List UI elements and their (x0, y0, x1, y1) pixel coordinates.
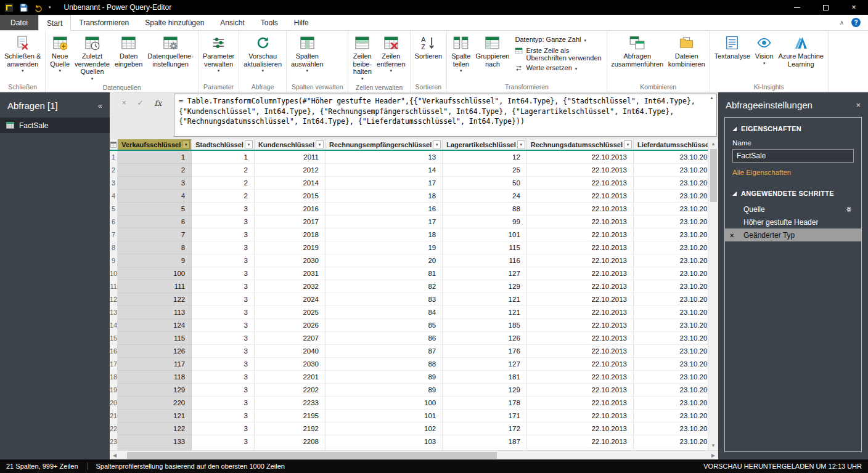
cell[interactable]: 2017 (254, 215, 325, 228)
applied-steps-section-header[interactable]: ANGEWENDETE SCHRITTE (732, 190, 854, 197)
ribbon-button-azure-machine-learning[interactable]: Azure Machine Learning (776, 32, 826, 81)
panel-close-icon[interactable]: × (856, 100, 861, 110)
cell[interactable]: 22.10.2013 (526, 396, 633, 409)
horizontal-scroll-thumb[interactable] (127, 452, 497, 459)
row-number[interactable]: 13 (110, 305, 118, 318)
cell[interactable]: 18 (325, 228, 442, 241)
tab-hilfe[interactable]: Hilfe (286, 15, 317, 30)
cell[interactable]: 23.10.2013 (633, 163, 708, 176)
cell[interactable]: 23.10.2013 (633, 215, 708, 228)
cell[interactable]: 22.10.2013 (526, 202, 633, 215)
cell[interactable]: 22.10.2013 (526, 150, 633, 163)
cell[interactable]: 23.10.2013 (633, 331, 708, 344)
row-number[interactable]: 1 (110, 150, 118, 163)
row-number[interactable]: 7 (110, 228, 118, 241)
cell[interactable]: 23.10.2013 (633, 383, 708, 396)
cell[interactable]: 3 (192, 254, 255, 267)
cell[interactable]: 2 (192, 189, 255, 202)
cell[interactable]: 121 (118, 409, 192, 422)
cell[interactable]: 22.10.2013 (526, 318, 633, 331)
cell[interactable]: 88 (443, 202, 527, 215)
cell[interactable]: 122 (118, 422, 192, 435)
cell[interactable]: 115 (118, 331, 192, 344)
cell[interactable]: 2040 (254, 344, 325, 357)
formula-scroll-up-icon[interactable]: ▲ (710, 95, 714, 100)
cell[interactable]: 3 (192, 228, 255, 241)
minimize-button[interactable] (783, 0, 811, 15)
cell[interactable]: 124 (118, 318, 192, 331)
cell[interactable]: 13 (325, 150, 442, 163)
cell[interactable]: 2014 (254, 176, 325, 189)
cell[interactable]: 126 (443, 331, 527, 344)
cell[interactable]: 23.10.2013 (633, 293, 708, 305)
column-header-rechnungsempfängerschlüssel[interactable]: Rechnungsempfängerschlüssel▾ (325, 139, 442, 150)
cell[interactable]: 23.10.2013 (633, 318, 708, 331)
applied-step-geänderter-typ[interactable]: ×Geänderter Typ (725, 228, 861, 241)
filter-button[interactable]: ▾ (245, 140, 253, 148)
cell[interactable]: 1 (192, 150, 255, 163)
cell[interactable]: 22.10.2013 (526, 357, 633, 370)
tab-start[interactable]: Start (38, 15, 71, 31)
help-icon[interactable]: ? (851, 18, 861, 27)
ribbon-button-vision[interactable]: Vision▾ (753, 32, 776, 81)
cell[interactable]: 178 (443, 396, 527, 409)
tab-transformieren[interactable]: Transformieren (71, 15, 137, 30)
cell[interactable]: 116 (443, 254, 527, 267)
ribbon-button-sortieren[interactable]: AZSortieren (412, 32, 445, 81)
ribbon-button-parameter-verwalten[interactable]: Parameter verwalten▾ (200, 32, 237, 81)
row-number[interactable]: 4 (110, 189, 118, 202)
ribbon-button-datentyp-ganze-zahl[interactable]: Datentyp: Ganze Zahl▾ (515, 36, 586, 44)
ribbon-button-spalten-auswählen[interactable]: Spalten auswählen▾ (289, 32, 326, 81)
cell[interactable]: 2011 (254, 150, 325, 163)
cell[interactable]: 7 (118, 228, 192, 241)
cell[interactable]: 84 (325, 305, 442, 318)
cell[interactable]: 2024 (254, 293, 325, 305)
row-number[interactable]: 16 (110, 344, 118, 357)
maximize-button[interactable] (811, 0, 840, 15)
column-header-rechnungsdatumsschlüssel[interactable]: Rechnungsdatumsschlüssel▾ (526, 139, 633, 150)
row-number[interactable]: 9 (110, 254, 118, 267)
undo-button[interactable] (34, 3, 43, 12)
cell[interactable]: 22.10.2013 (526, 254, 633, 267)
quick-access-caret-icon[interactable]: ▾ (49, 5, 51, 10)
cell[interactable]: 2031 (254, 267, 325, 280)
step-settings-icon[interactable] (845, 206, 853, 213)
cell[interactable]: 121 (443, 293, 527, 305)
cell[interactable]: 187 (443, 435, 527, 448)
cell[interactable]: 101 (443, 228, 527, 241)
cell[interactable]: 2201 (254, 370, 325, 383)
cell[interactable]: 16 (325, 202, 442, 215)
scroll-down-icon[interactable]: ▼ (711, 443, 716, 448)
cell[interactable]: 3 (192, 344, 255, 357)
cell[interactable]: 17 (325, 215, 442, 228)
properties-section-header[interactable]: EIGENSCHAFTEN (732, 125, 854, 132)
cell[interactable]: 181 (443, 370, 527, 383)
cell[interactable]: 3 (192, 202, 255, 215)
save-button[interactable] (19, 3, 28, 12)
cell[interactable]: 2192 (254, 422, 325, 435)
cell[interactable]: 22.10.2013 (526, 215, 633, 228)
row-number[interactable]: 6 (110, 215, 118, 228)
cell[interactable]: 2233 (254, 396, 325, 409)
tab-ansicht[interactable]: Ansicht (212, 15, 252, 30)
cell[interactable]: 2 (118, 163, 192, 176)
cell[interactable]: 23.10.2013 (633, 396, 708, 409)
cell[interactable]: 85 (325, 318, 442, 331)
cell[interactable]: 2025 (254, 305, 325, 318)
cell[interactable]: 24 (443, 189, 527, 202)
cell[interactable]: 3 (192, 357, 255, 370)
cell[interactable]: 3 (192, 435, 255, 448)
cell[interactable]: 22.10.2013 (526, 163, 633, 176)
ribbon-button-erste-zeile-als-überschriften-verwenden[interactable]: Erste Zeile als Überschriften verwenden (515, 47, 601, 62)
row-number[interactable]: 12 (110, 293, 118, 305)
cell[interactable]: 22.10.2013 (526, 409, 633, 422)
cell[interactable]: 2018 (254, 228, 325, 241)
cell[interactable]: 3 (192, 267, 255, 280)
cell[interactable]: 23.10.2013 (633, 305, 708, 318)
cell[interactable]: 22.10.2013 (526, 383, 633, 396)
cell[interactable]: 122 (118, 293, 192, 305)
cell[interactable]: 100 (325, 396, 442, 409)
cell[interactable]: 89 (325, 370, 442, 383)
cell[interactable]: 101 (325, 409, 442, 422)
cell[interactable]: 3 (192, 422, 255, 435)
